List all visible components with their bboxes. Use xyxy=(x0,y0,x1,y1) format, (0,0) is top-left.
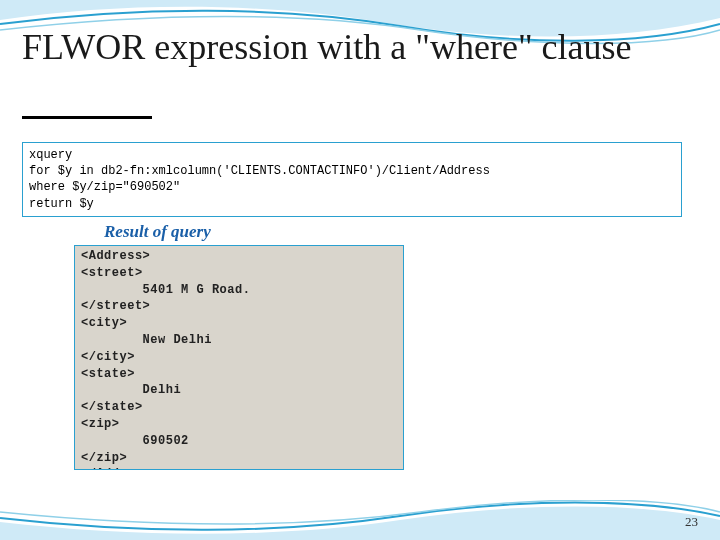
code-line: for $y in db2-fn:xmlcolumn('CLIENTS.CONT… xyxy=(29,163,675,179)
title-underline xyxy=(22,116,152,119)
code-line: xquery xyxy=(29,147,675,163)
result-heading: Result of query xyxy=(104,222,211,242)
slide-wave-bottom xyxy=(0,500,720,540)
xquery-code-box: xquery for $y in db2-fn:xmlcolumn('CLIEN… xyxy=(22,142,682,217)
code-line: where $y/zip="690502" xyxy=(29,179,675,195)
slide-title: FLWOR expression with a "where" clause xyxy=(22,28,698,68)
code-line: return $y xyxy=(29,196,675,212)
query-result-box: <Address> <street> 5401 M G Road. </stre… xyxy=(74,245,404,470)
page-number: 23 xyxy=(685,514,698,530)
query-result-content: <Address> <street> 5401 M G Road. </stre… xyxy=(75,246,403,470)
